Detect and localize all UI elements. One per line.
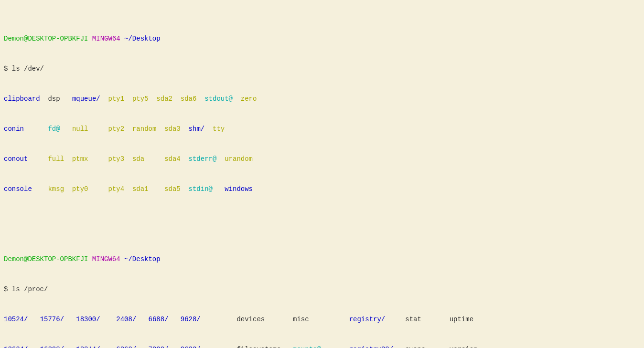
dev-sda6: sda6: [181, 95, 197, 103]
dev-urandom: urandom: [225, 155, 253, 163]
output-proc-2: 13624/ 16308/ 18344/ 6260/ 7900/ 9632/ f…: [4, 345, 640, 348]
dev-dsp: dsp: [48, 95, 60, 103]
output-dev-2: conin fd@ null pty2 random sda3 shm/ tty: [4, 124, 640, 134]
dev-clipboard: clipboard: [4, 95, 40, 103]
p-misc: misc: [293, 316, 309, 323]
prompt-path-2: ~/Desktop: [124, 255, 161, 263]
command-line-1: $ ls /dev/: [4, 64, 640, 74]
p-16308: 16308/: [36, 346, 64, 348]
dev-sda4: sda4: [164, 155, 181, 163]
prompt-line-1: Demon@DESKTOP-OPBKFJI MINGW64 ~/Desktop: [4, 34, 640, 44]
p-swaps: swaps: [405, 346, 425, 348]
p-mounts: mounts@: [293, 346, 321, 348]
p-9632: 9632/: [176, 346, 200, 348]
p-18344: 18344/: [72, 346, 100, 348]
dev-sda5: sda5: [164, 185, 181, 193]
p-6260: 6260/: [112, 346, 136, 348]
prompt-user-2: Demon@DESKTOP-OPBKFJI: [4, 255, 88, 263]
cmd-2: $ ls /proc/: [4, 285, 48, 293]
dev-pty4: pty4: [108, 185, 124, 193]
dev-stderr: stderr@: [189, 155, 217, 163]
dev-conin: conin: [4, 125, 24, 133]
dev-sda3: sda3: [164, 125, 181, 133]
dev-pty1: pty1: [108, 95, 125, 103]
blank-1: [4, 214, 640, 224]
dev-sda2: sda2: [156, 95, 172, 103]
p-stat: stat: [405, 316, 421, 323]
dev-sda1: sda1: [132, 185, 149, 193]
dev-zero: zero: [241, 95, 257, 103]
p-uptime: uptime: [450, 316, 473, 323]
dev-pty5: pty5: [132, 95, 149, 103]
p-7900: 7900/: [144, 346, 168, 348]
dev-pty3: pty3: [108, 155, 124, 163]
dev-full: full: [48, 155, 64, 163]
p-9628: 9628/: [176, 316, 200, 323]
output-dev-3: conout full ptmx pty3 sda sda4 stderr@ u…: [4, 154, 640, 164]
p-18300: 18300/: [72, 316, 100, 323]
p-2408: 2408/: [112, 316, 136, 323]
dev-stdout: stdout@: [204, 95, 233, 103]
terminal: Demon@DESKTOP-OPBKFJI MINGW64 ~/Desktop …: [4, 4, 640, 348]
p-10524: 10524/: [4, 316, 28, 323]
dev-pty0: pty0: [72, 185, 88, 193]
dev-kmsg: kmsg: [48, 185, 64, 193]
output-proc-1: 10524/ 15776/ 18300/ 2408/ 6688/ 9628/ d…: [4, 315, 640, 325]
p-registry: registry/: [349, 316, 386, 323]
dev-windows: windows: [225, 185, 253, 193]
dev-conout: conout: [4, 155, 28, 163]
cmd-1: $ ls /dev/: [4, 65, 44, 73]
dev-random: random: [132, 125, 156, 133]
command-line-2: $ ls /proc/: [4, 285, 640, 295]
p-15776: 15776/: [36, 316, 64, 323]
prompt-mingw-2: MINGW64: [92, 255, 120, 263]
p-version: version: [450, 346, 478, 348]
dev-null: null: [72, 125, 88, 133]
dev-sda: sda: [132, 155, 144, 163]
prompt-user-1: Demon@DESKTOP-OPBKFJI: [4, 35, 88, 42]
dev-stdin: stdin@: [189, 185, 213, 193]
output-dev-4: console kmsg pty0 pty4 sda1 sda5 stdin@ …: [4, 184, 640, 194]
output-dev-1: clipboard dsp mqueue/ pty1 pty5 sda2 sda…: [4, 94, 640, 104]
p-devices: devices: [236, 316, 265, 323]
dev-pty2: pty2: [108, 125, 125, 133]
dev-shm: shm/: [189, 125, 205, 133]
dev-fd: fd@: [48, 125, 60, 133]
p-registry32: registry32/: [349, 346, 393, 348]
prompt-mingw-1: MINGW64: [92, 35, 120, 42]
dev-tty: tty: [213, 125, 225, 133]
p-6688: 6688/: [144, 316, 168, 323]
prompt-line-2: Demon@DESKTOP-OPBKFJI MINGW64 ~/Desktop: [4, 254, 640, 264]
p-filesystems: filesystems: [236, 346, 280, 348]
prompt-path-1: ~/Desktop: [124, 35, 161, 42]
dev-ptmx: ptmx: [72, 155, 88, 163]
dev-console: console: [4, 185, 32, 193]
p-13624: 13624/: [4, 346, 28, 348]
dev-mqueue: mqueue/: [72, 95, 100, 103]
